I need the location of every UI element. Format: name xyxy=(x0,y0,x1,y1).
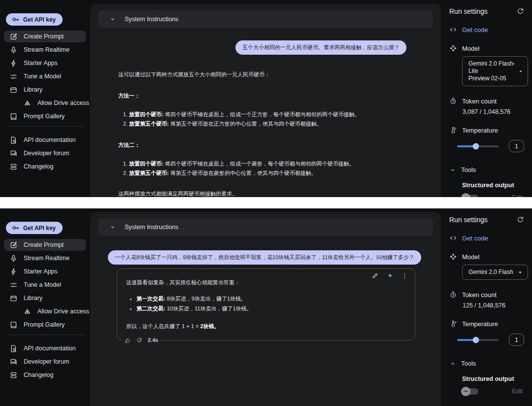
sidebar-item-label: Prompt Gallery xyxy=(24,113,65,120)
chat-area: 一个人花8块钱买了一只鸡，9块钱卖掉了，然后他觉得不划算，花10块钱又买回来了，… xyxy=(90,250,441,340)
sidebar-item-label: Allow Drive access xyxy=(37,308,89,315)
chat-area: 五个大小相同的一元人民币硬币。要求两两相接触，应该怎么摆？ 这可以通过以下两种方… xyxy=(90,40,441,197)
get-api-key-button[interactable]: Get API key xyxy=(6,222,63,234)
method-one-list: 放置四个硬币: 将四个硬币平铺在桌面上，组成一个正方形，每个硬币都与相邻的两个硬… xyxy=(118,110,406,128)
sidebar-item-label: Starter Apps xyxy=(24,268,58,275)
user-message-bubble[interactable]: 一个人花8块钱买了一只鸡，9块钱卖掉了，然后他觉得不划算，花10块钱又买回来了，… xyxy=(108,250,421,265)
sidebar-item-label: Stream Realtime xyxy=(24,255,69,262)
chevron-down-icon xyxy=(518,68,523,74)
sidebar-item-allow-drive-access[interactable]: Allow Drive access xyxy=(18,305,86,317)
sidebar-item-allow-drive-access[interactable]: Allow Drive access xyxy=(18,97,86,109)
system-instructions-bar[interactable]: System Instructions xyxy=(98,218,433,236)
model-label: Model xyxy=(462,253,479,261)
user-message-bubble[interactable]: 五个大小相同的一元人民币硬币。要求两两相接触，应该怎么摆？ xyxy=(235,40,406,55)
response-outro: 所以，这个人总共赚了 1 + 1 = 2块钱。 xyxy=(126,322,406,331)
sidebar-item-stream-realtime[interactable]: Stream Realtime xyxy=(4,44,86,56)
temperature-value-field[interactable]: 1 xyxy=(509,334,524,346)
structured-output-edit-button[interactable]: Edit xyxy=(512,388,523,395)
screenshot-bottom: Get API key Create Prompt Stream Realtim… xyxy=(0,208,532,406)
prompt-panel: System Instructions 一个人花8块钱买了一只鸡，9块钱卖掉了，… xyxy=(90,212,441,406)
rerun-button[interactable] xyxy=(386,271,394,280)
chevron-down-icon xyxy=(109,16,116,23)
slider-thumb[interactable] xyxy=(472,143,479,149)
sidebar-item-create-prompt[interactable]: Create Prompt xyxy=(4,239,86,251)
thumbs-up-button[interactable] xyxy=(122,337,133,344)
get-code-button[interactable]: Get code xyxy=(449,26,524,34)
library-icon xyxy=(9,86,18,94)
slider-thumb[interactable] xyxy=(472,337,479,343)
sidebar-item-label: Library xyxy=(24,86,42,93)
thermometer-icon xyxy=(449,320,457,328)
edit-response-button[interactable] xyxy=(371,271,379,280)
tools-section-toggle[interactable]: Tools xyxy=(449,166,524,173)
get-code-button[interactable]: Get code xyxy=(449,234,524,242)
run-settings-title: Run settings xyxy=(449,216,488,224)
create-prompt-icon xyxy=(9,241,18,249)
sparkle-icon xyxy=(386,272,394,280)
run-settings-title: Run settings xyxy=(449,7,488,15)
system-instructions-bar[interactable]: System Instructions xyxy=(98,10,433,28)
sidebar-item-library[interactable]: Library xyxy=(4,292,86,304)
sidebar-item-api-documentation[interactable]: API documentation xyxy=(4,342,86,354)
sidebar-item-label: Starter Apps xyxy=(24,60,58,67)
sidebar-item-changelog[interactable]: Changelog xyxy=(4,369,86,381)
model-select[interactable]: Gemini 2.0 Flash xyxy=(462,265,528,280)
sidebar-item-label: Library xyxy=(24,295,42,302)
tools-section-toggle[interactable]: Tools xyxy=(449,360,524,367)
model-response[interactable]: 这可以通过以下两种方式摆放五个大小相同的一元人民币硬币： 方法一： 放置四个硬币… xyxy=(118,70,406,197)
sidebar-item-create-prompt[interactable]: Create Prompt xyxy=(4,31,86,42)
model-response-card[interactable]: 这道题看似复杂，其实抓住核心就能算出答案： 第一次交易: 8块买进，9块卖出，赚… xyxy=(117,269,415,340)
reset-icon[interactable] xyxy=(516,216,524,224)
get-api-key-button[interactable]: Get API key xyxy=(6,13,63,26)
more-options-button[interactable] xyxy=(400,271,409,280)
token-count-icon xyxy=(449,97,457,105)
response-intro: 这可以通过以下两种方式摆放五个大小相同的一元人民币硬币： xyxy=(118,70,406,79)
sidebar-item-label: Changelog xyxy=(24,163,53,170)
sidebar-item-prompt-gallery[interactable]: Prompt Gallery xyxy=(4,319,86,331)
mic-icon xyxy=(9,46,18,54)
gallery-icon xyxy=(9,112,18,121)
run-settings-panel: Run settings Get code Model Gemini 2.0 F… xyxy=(441,0,532,197)
api-doc-icon xyxy=(9,136,18,144)
temperature-slider[interactable] xyxy=(457,339,499,341)
get-code-label: Get code xyxy=(462,235,488,242)
create-prompt-icon xyxy=(9,33,18,41)
sidebar-item-starter-apps[interactable]: Starter Apps xyxy=(4,57,86,69)
code-icon xyxy=(449,234,457,242)
temperature-slider[interactable] xyxy=(457,145,499,147)
sidebar-item-label: API documentation xyxy=(24,136,76,143)
sidebar-item-tune-a-model[interactable]: Tune a Model xyxy=(4,279,86,291)
sidebar-item-library[interactable]: Library xyxy=(4,84,86,96)
structured-output-toggle[interactable] xyxy=(462,388,478,395)
token-count-icon xyxy=(449,291,457,299)
list-item: 第一次交易: 8块买进，9块卖出，赚了1块钱。 xyxy=(136,295,406,303)
structured-output-edit-button[interactable]: Edit xyxy=(512,194,523,197)
sidebar-item-changelog[interactable]: Changelog xyxy=(4,161,86,172)
sidebar-item-label: Create Prompt xyxy=(24,241,64,248)
sidebar-item-developer-forum[interactable]: Developer forum xyxy=(4,356,86,368)
structured-output-label: Structured output xyxy=(462,182,524,189)
structured-output-toggle[interactable] xyxy=(462,195,478,198)
sidebar-item-developer-forum[interactable]: Developer forum xyxy=(4,147,86,159)
sidebar-item-tune-a-model[interactable]: Tune a Model xyxy=(4,70,86,82)
thumbs-down-button[interactable] xyxy=(133,337,145,344)
token-count-value: 125 / 1,048,576 xyxy=(463,302,524,309)
method-two-list: 放置四个硬币: 将四个硬币平铺在桌面上，组成一个菱形，每个硬币都与相邻的两个硬币… xyxy=(118,160,406,177)
sidebar-item-label: Tune a Model xyxy=(24,281,61,288)
run-settings-panel: Run settings Get code Model Gemini 2.0 F… xyxy=(441,208,532,406)
sidebar-divider xyxy=(6,126,84,127)
model-label: Model xyxy=(462,45,479,52)
sidebar-item-stream-realtime[interactable]: Stream Realtime xyxy=(4,252,86,264)
response-latency: 2.4s xyxy=(145,336,161,344)
sidebar-item-api-documentation[interactable]: API documentation xyxy=(4,134,86,146)
sidebar-item-prompt-gallery[interactable]: Prompt Gallery xyxy=(4,110,86,122)
model-select[interactable]: Gemini 2.0 Flash-LitePreview 02-05 xyxy=(462,56,528,86)
reset-icon[interactable] xyxy=(516,7,524,15)
token-count-value: 3,087 / 1,048,576 xyxy=(463,108,524,115)
response-intro: 这道题看似复杂，其实抓住核心就能算出答案： xyxy=(126,278,406,287)
temperature-value-field[interactable]: 1 xyxy=(509,140,524,152)
sidebar-item-starter-apps[interactable]: Starter Apps xyxy=(4,266,86,277)
system-instructions-label: System Instructions xyxy=(125,16,178,23)
screenshot-separator xyxy=(0,197,532,208)
list-item: 放置四个硬币: 将四个硬币平铺在桌面上，组成一个正方形，每个硬币都与相邻的两个硬… xyxy=(129,110,406,119)
